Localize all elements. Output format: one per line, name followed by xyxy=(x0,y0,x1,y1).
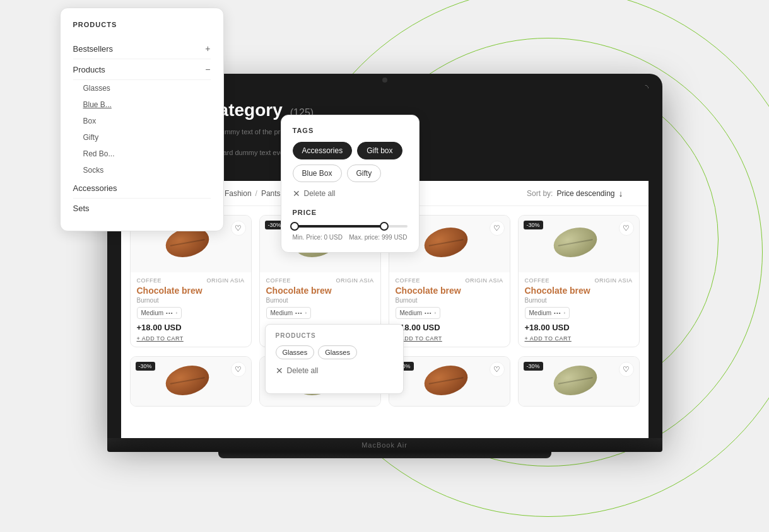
coffee-bean-shape-3 xyxy=(421,223,471,262)
coffee-bean-5 xyxy=(165,366,216,398)
price-handle-min[interactable] xyxy=(290,222,299,231)
sort-value[interactable]: Price descending xyxy=(556,189,614,198)
variant-chevron-1: › xyxy=(175,310,177,316)
sidebar-sub-glasses[interactable]: Glasses xyxy=(73,80,211,96)
sidebar-label-products: Products xyxy=(73,65,105,74)
add-to-cart-4[interactable]: + ADD TO CART xyxy=(525,335,633,342)
product-name-1: Chocolate brew xyxy=(137,286,245,296)
coffee-bean-line-7 xyxy=(428,377,463,385)
product-variant-4[interactable]: Medium ••• › xyxy=(525,307,570,319)
product-meta-1: COFFEE Origin Asia xyxy=(137,277,245,284)
variant-chevron-2: › xyxy=(305,310,307,316)
product-card-4[interactable]: -30% ♡ xyxy=(518,215,640,347)
price-handle-max[interactable] xyxy=(380,222,389,231)
add-to-cart-3[interactable]: + ADD TO CART xyxy=(396,335,503,342)
product-price-1: +18.00 USD xyxy=(137,323,245,332)
wishlist-btn-4[interactable]: ♡ xyxy=(619,221,634,236)
product-category-4: COFFEE xyxy=(525,277,550,284)
product-card-8[interactable]: -30% ♡ xyxy=(518,356,640,407)
product-info-1: COFFEE Origin Asia Chocolate brew Burnou… xyxy=(131,272,251,347)
sidebar-item-bestsellers[interactable]: Bestsellers + xyxy=(73,38,211,59)
sidebar-label-bestsellers: Bestsellers xyxy=(73,44,114,54)
wishlist-btn-1[interactable]: ♡ xyxy=(231,221,246,236)
product-category-1: COFFEE xyxy=(137,277,162,284)
coffee-bean-3 xyxy=(424,228,474,260)
price-slider-fill xyxy=(293,225,385,228)
product-name-2: Chocolate brew xyxy=(266,286,374,296)
sidebar-item-sets[interactable]: Sets xyxy=(73,199,211,218)
variant-chevron-3: › xyxy=(434,310,436,316)
tag-gifty[interactable]: Gifty xyxy=(347,165,382,182)
coffee-bean-line-5 xyxy=(170,377,204,385)
product-name-4: Chocolate brew xyxy=(525,286,633,296)
product-card-1[interactable]: -30% ♡ xyxy=(130,215,252,347)
sort-arrow-icon[interactable]: ↓ xyxy=(619,188,623,199)
price-min-label: Min. Price: 0 USD xyxy=(293,234,343,241)
wishlist-btn-3[interactable]: ♡ xyxy=(490,221,505,236)
price-slider-track xyxy=(293,225,408,228)
tags-row-1: Accessories Gift box xyxy=(293,142,408,159)
sidebar-sub-label-gifty: Gifty xyxy=(83,133,99,142)
bottom-products-label: PRODUCTS xyxy=(276,332,393,339)
tag-bluebox[interactable]: Blue Box xyxy=(293,165,342,182)
product-sub-4: Burnout xyxy=(525,297,633,304)
product-variant-2[interactable]: Medium ••• › xyxy=(266,307,312,319)
product-info-3: COFFEE Origin Asia Chocolate brew Burnou… xyxy=(389,272,510,347)
product-price-4: +18.00 USD xyxy=(525,323,633,332)
collapse-icon-products: − xyxy=(205,64,210,74)
sidebar-item-accessories[interactable]: Accessories xyxy=(73,178,211,199)
product-variant-3[interactable]: Medium ••• › xyxy=(396,307,441,319)
product-category-3: COFFEE xyxy=(396,277,421,284)
coffee-bean-8 xyxy=(553,366,604,398)
sidebar-item-products[interactable]: Products − xyxy=(73,59,211,80)
sidebar-sub-box[interactable]: Box xyxy=(73,113,211,129)
badge-5: -30% xyxy=(136,362,155,371)
coffee-bean-shape-5 xyxy=(162,361,212,400)
tag-giftbox[interactable]: Gift box xyxy=(357,142,402,159)
delete-x-icon-bottom: ✕ xyxy=(276,366,283,376)
product-name-3: Chocolate brew xyxy=(396,286,503,296)
coffee-bean-line-3 xyxy=(428,239,463,246)
filter-tag-glasses-2[interactable]: Glasses xyxy=(318,345,357,359)
product-price-3: +18.00 USD xyxy=(396,323,503,332)
sidebar-sub-redbox[interactable]: Red Bo... xyxy=(73,146,211,162)
coffee-bean-4 xyxy=(553,228,604,260)
sidebar-label-accessories: Accessories xyxy=(73,183,117,193)
variant-chevron-4: › xyxy=(563,310,565,316)
price-max-label: Max. price: 999 USD xyxy=(349,234,407,241)
product-meta-2: COFFEE Origin Asia xyxy=(266,277,374,284)
product-origin-2: Origin Asia xyxy=(336,277,373,284)
breadcrumb-fashion[interactable]: Fashion xyxy=(225,189,252,198)
wishlist-btn-8[interactable]: ♡ xyxy=(619,362,634,377)
add-to-cart-1[interactable]: + ADD TO CART xyxy=(137,335,245,342)
sidebar-sub-gifty[interactable]: Gifty xyxy=(73,129,211,146)
sidebar-sub-label-box: Box xyxy=(83,117,97,125)
wishlist-btn-5[interactable]: ♡ xyxy=(231,362,246,377)
laptop-container: PRODUCTS Bestsellers + Products − Glasse… xyxy=(107,74,662,458)
delete-x-icon: ✕ xyxy=(293,188,300,199)
sort-label: Sort by: xyxy=(527,189,553,198)
sidebar-sub-bluebox[interactable]: Blue B... xyxy=(73,96,211,113)
product-card-5[interactable]: -30% ♡ xyxy=(130,356,252,407)
product-info-4: COFFEE Origin Asia Chocolate brew Burnou… xyxy=(519,272,639,347)
coffee-bean-7 xyxy=(424,366,474,398)
laptop-brand-label: MacBook Air xyxy=(361,441,408,449)
product-category-2: COFFEE xyxy=(266,277,291,284)
variant-dots-4: ••• xyxy=(554,310,561,316)
coffee-bean-line-1 xyxy=(170,239,204,246)
filter-tag-glasses-1[interactable]: Glasses xyxy=(276,345,315,359)
breadcrumb-pants[interactable]: Pants xyxy=(261,189,281,198)
product-card-7[interactable]: -30% ♡ xyxy=(389,356,510,407)
sidebar-sub-socks[interactable]: Socks xyxy=(73,162,211,178)
wishlist-btn-7[interactable]: ♡ xyxy=(490,362,505,377)
tag-accessories[interactable]: Accessories xyxy=(293,142,353,159)
coffee-bean-shape-7 xyxy=(421,361,471,400)
delete-all-tags[interactable]: ✕ Delete all xyxy=(293,188,408,199)
laptop-stand xyxy=(218,452,551,458)
sidebar-sub-label-redbox: Red Bo... xyxy=(83,149,115,158)
coffee-bean-1 xyxy=(165,228,216,260)
coffee-bean-shape-4 xyxy=(550,223,600,262)
sidebar-sub-label-socks: Socks xyxy=(83,166,104,175)
delete-all-bottom[interactable]: ✕ Delete all xyxy=(276,366,393,376)
product-variant-1[interactable]: Medium ••• › xyxy=(137,307,182,319)
